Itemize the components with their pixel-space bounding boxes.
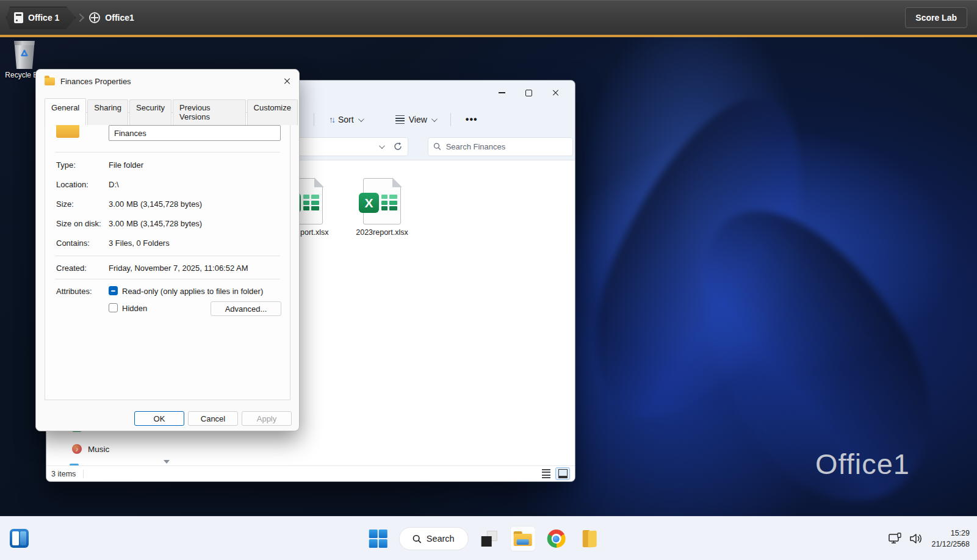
wallpaper-text: Office1 <box>815 447 910 481</box>
file-item-report2[interactable]: X 2023report.xlsx <box>345 178 419 237</box>
session-tab[interactable]: Office1 <box>89 12 134 23</box>
recycle-bin-glyph <box>13 41 36 69</box>
field-value: Friday, November 7, 2025, 11:06:52 AM <box>109 264 248 273</box>
close-button[interactable] <box>542 83 569 102</box>
taskbar-search-label: Search <box>427 534 455 544</box>
minimize-button[interactable] <box>488 83 515 102</box>
apply-button[interactable]: Apply <box>242 411 292 426</box>
maximize-button[interactable] <box>515 83 542 102</box>
tab-previous-versions[interactable]: Previous Versions <box>173 99 246 125</box>
close-icon <box>283 77 290 85</box>
general-tab-page: Type: File folder Location: D:\ Size: 3.… <box>45 112 290 400</box>
system-tray: 15:29 21/12/2568 <box>889 517 970 560</box>
taskbar-center: Search <box>365 517 602 560</box>
accent-divider <box>0 35 977 37</box>
widgets-icon[interactable] <box>10 529 29 548</box>
ok-button[interactable]: OK <box>134 411 184 426</box>
session-tab-label: Office1 <box>105 13 134 23</box>
clock-time: 15:29 <box>931 528 970 539</box>
start-button[interactable] <box>365 526 391 551</box>
network-icon <box>889 533 902 545</box>
tab-customize[interactable]: Customize <box>247 99 298 125</box>
field-value: D:\ <box>109 180 119 189</box>
view-toggles <box>539 467 570 480</box>
explorer-search-box[interactable] <box>428 137 573 156</box>
file-explorer-icon <box>513 531 532 546</box>
tray-icons[interactable] <box>889 533 923 545</box>
hidden-label: Hidden <box>122 304 147 313</box>
divider <box>55 256 280 256</box>
field-contains: Contains: 3 Files, 0 Folders <box>56 239 281 248</box>
taskbar-search[interactable]: Search <box>398 527 468 550</box>
folder-name-input[interactable] <box>109 125 281 141</box>
sidebar-item-label: Music <box>88 445 109 454</box>
field-location: Location: D:\ <box>56 180 281 189</box>
details-view-button[interactable] <box>539 468 553 480</box>
sort-arrows-icon: ↑↓ <box>329 115 334 124</box>
machine-tab-label: Office 1 <box>28 13 59 23</box>
field-value: 3.00 MB (3,145,728 bytes) <box>109 219 202 228</box>
ellipsis-icon: ••• <box>466 114 478 125</box>
search-icon <box>433 142 441 151</box>
field-type: Type: File folder <box>56 160 281 170</box>
machine-tab[interactable]: Office 1 <box>6 7 76 29</box>
field-size: Size: 3.00 MB (3,145,728 bytes) <box>56 199 281 209</box>
recycle-arrows-icon <box>18 49 31 61</box>
dialog-title: Finances Properties <box>60 77 131 86</box>
toolbar-divider <box>450 113 451 126</box>
field-value: 3.00 MB (3,145,728 bytes) <box>109 199 202 209</box>
remote-session-bar: Office 1 Office1 Score Lab <box>0 0 977 35</box>
field-label: Size: <box>56 199 109 209</box>
field-label: Location: <box>56 180 109 189</box>
clock-date: 21/12/2568 <box>931 539 970 550</box>
volume-icon <box>909 533 923 545</box>
chevron-down-icon <box>358 116 364 122</box>
view-lines-icon <box>395 115 405 124</box>
field-label: Created: <box>56 264 109 273</box>
field-value: 3 Files, 0 Folders <box>109 239 170 248</box>
field-value: File folder <box>109 160 143 170</box>
chrome-taskbar-button[interactable] <box>543 526 569 551</box>
properties-dialog: Finances Properties General Sharing Secu… <box>35 69 300 431</box>
refresh-icon[interactable] <box>393 142 403 151</box>
see-more-button[interactable]: ••• <box>461 110 483 129</box>
advanced-button[interactable]: Advanced... <box>211 301 281 316</box>
status-divider <box>83 470 84 478</box>
chrome-icon <box>547 529 565 548</box>
dialog-titlebar: Finances Properties <box>36 70 299 93</box>
task-view-button[interactable] <box>476 526 502 551</box>
file-explorer-taskbar-button[interactable] <box>510 526 535 551</box>
cancel-button[interactable]: Cancel <box>188 411 238 426</box>
score-lab-button[interactable]: Score Lab <box>905 7 967 28</box>
hidden-checkbox[interactable] <box>109 303 118 312</box>
large-icons-view-button[interactable] <box>555 467 570 480</box>
explorer-status-bar: 3 items <box>46 465 575 481</box>
taskbar: Search <box>0 516 977 560</box>
maximize-icon <box>525 90 532 96</box>
tab-sharing[interactable]: Sharing <box>87 99 128 125</box>
close-icon <box>552 89 559 96</box>
toolbar-divider <box>314 113 314 126</box>
view-button[interactable]: View <box>391 111 441 128</box>
sidebar-scroll-down-icon[interactable] <box>164 460 170 464</box>
dialog-close-button[interactable] <box>275 71 299 92</box>
field-size-on-disk: Size on disk: 3.00 MB (3,145,728 bytes) <box>56 219 281 228</box>
readonly-checkbox[interactable] <box>109 286 118 295</box>
excel-file-icon: X <box>363 178 401 224</box>
taskbar-clock[interactable]: 15:29 21/12/2568 <box>931 528 970 550</box>
field-label: Size on disk: <box>56 219 109 228</box>
tab-general[interactable]: General <box>45 98 86 125</box>
item-count: 3 items <box>51 470 76 478</box>
sidebar-item-music[interactable]: ♪ Music <box>72 444 109 454</box>
sort-button[interactable]: ↑↓ Sort <box>324 111 367 128</box>
tab-security[interactable]: Security <box>129 99 171 125</box>
address-dropdown-icon[interactable] <box>379 143 385 149</box>
windows-circle-icon <box>89 12 100 23</box>
notes-taskbar-button[interactable] <box>577 526 602 551</box>
task-view-icon <box>481 531 497 547</box>
file-name: 2023report.xlsx <box>345 228 419 237</box>
refresh-button[interactable] <box>411 137 430 156</box>
search-input[interactable] <box>446 142 568 151</box>
divider <box>55 152 280 153</box>
field-label: Type: <box>56 160 109 170</box>
